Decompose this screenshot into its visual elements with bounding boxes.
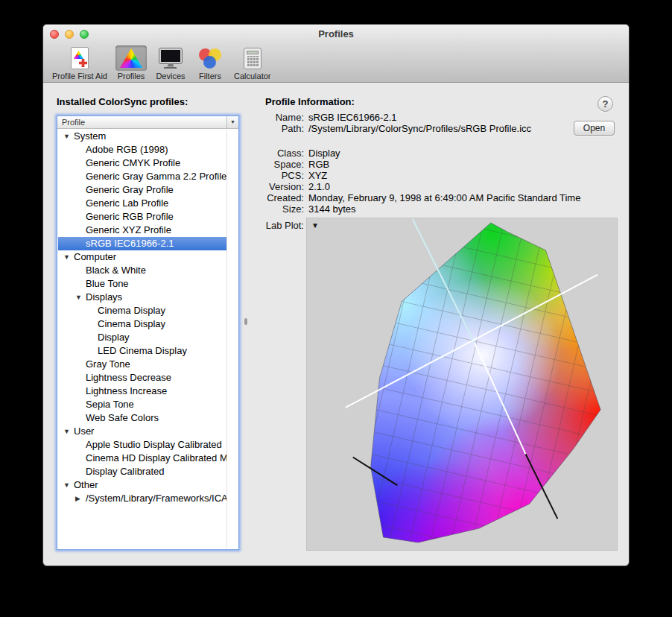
toolbar-label: Profiles: [118, 72, 145, 80]
profile-row-label: Cinema Display: [98, 317, 165, 331]
profile-information-heading: Profile Information:: [265, 96, 355, 107]
profile-row-label: Display: [98, 331, 130, 344]
disclosure-open-icon[interactable]: ▼: [75, 291, 82, 304]
calculator-icon: [237, 45, 268, 71]
field-value: RGB: [308, 159, 618, 170]
profile-row-label: /System/Library/Frameworks/ICA: [86, 492, 226, 505]
devices-icon: [155, 45, 186, 71]
field-label: Version:: [222, 181, 304, 192]
gamut-plot-image: [307, 218, 617, 550]
profile-row-label: Other: [74, 478, 98, 492]
field-value: XYZ: [308, 170, 618, 181]
profile-row-label: Display Calibrated: [86, 465, 165, 478]
toolbar-item-filters[interactable]: Filters: [194, 45, 226, 80]
toolbar-label: Profile First Aid: [52, 72, 107, 80]
profile-row[interactable]: ▼Computer: [58, 250, 226, 264]
profile-row[interactable]: Display Calibrated: [58, 465, 226, 478]
open-button[interactable]: Open: [574, 121, 615, 136]
profile-row[interactable]: LED Cinema Display: [58, 344, 226, 358]
profile-row[interactable]: ▶/System/Library/Frameworks/ICA: [58, 492, 226, 505]
profile-row-label: Displays: [86, 291, 122, 304]
filters-icon: [194, 45, 226, 71]
profile-row[interactable]: Display: [58, 331, 226, 344]
profile-row-label: Lightness Increase: [86, 385, 167, 398]
profile-row[interactable]: Web Safe Colors: [58, 411, 226, 425]
profile-row[interactable]: ▼User: [58, 425, 226, 438]
profile-row-label: User: [74, 425, 94, 438]
traffic-lights: [50, 30, 89, 39]
field-value: Monday, February 9, 1998 at 6:49:00 AM P…: [308, 192, 618, 203]
field-value: Display: [308, 148, 618, 159]
lab-plot-label: Lab Plot:: [222, 220, 304, 231]
profile-row[interactable]: Lightness Increase: [58, 385, 226, 398]
field-label: Size:: [222, 203, 304, 215]
profile-row-label: Blue Tone: [86, 277, 129, 291]
info-row-name: Name: sRGB IEC61966-2.1: [43, 112, 618, 123]
field-label: Class:: [222, 148, 304, 159]
disclosure-open-icon[interactable]: ▼: [63, 425, 70, 438]
info-row: Class:Display: [43, 148, 618, 159]
info-row: Created:Monday, February 9, 1998 at 6:49…: [43, 192, 618, 203]
pane-splitter[interactable]: [244, 318, 247, 325]
plot-disclosure-button[interactable]: ▼: [311, 221, 319, 230]
field-label: Created:: [222, 192, 304, 203]
toolbar-item-profiles[interactable]: Profiles: [115, 45, 147, 80]
profile-row[interactable]: Lightness Decrease: [58, 371, 226, 385]
profile-row[interactable]: Sepia Tone: [58, 398, 226, 411]
profile-row[interactable]: ▼Displays: [58, 291, 226, 304]
profile-row-label: sRGB IEC61966-2.1: [86, 237, 174, 250]
profile-row-label: Sepia Tone: [86, 398, 134, 411]
info-row: Version:2.1.0: [43, 181, 618, 192]
field-label: PCS:: [222, 170, 304, 181]
path-label: Path:: [222, 123, 304, 134]
lab-plot: ▼: [306, 218, 618, 551]
profile-row-label: Gray Tone: [86, 358, 130, 371]
profile-row[interactable]: Gray Tone: [58, 358, 226, 371]
toolbar-label: Calculator: [234, 72, 271, 80]
profile-first-aid-icon: [64, 45, 95, 71]
zoom-button[interactable]: [80, 30, 89, 39]
toolbar-item-calculator[interactable]: Calculator: [234, 45, 271, 80]
toolbar-item-devices[interactable]: Devices: [155, 45, 186, 80]
profile-row-label: Cinema Display: [98, 304, 165, 317]
profile-row[interactable]: Cinema Display: [58, 317, 226, 331]
disclosure-closed-icon[interactable]: ▶: [75, 492, 80, 505]
name-value: sRGB IEC61966-2.1: [308, 112, 618, 123]
field-value: 2.1.0: [308, 181, 618, 192]
profile-row-label: Black & White: [86, 264, 146, 277]
profile-row-label: LED Cinema Display: [98, 344, 187, 358]
minimize-button[interactable]: [65, 30, 74, 39]
info-row: Space:RGB: [43, 159, 618, 170]
info-row-path: Path: /System/Library/ColorSync/Profiles…: [43, 123, 618, 134]
profile-row-label: Web Safe Colors: [86, 411, 159, 425]
profile-row[interactable]: Black & White: [58, 264, 226, 277]
toolbar: Profile First Aid Profiles Devices Filte…: [43, 44, 629, 83]
toolbar-label: Filters: [199, 72, 221, 80]
close-button[interactable]: [50, 30, 59, 39]
profile-row[interactable]: Cinema HD Display Calibrated Ma: [58, 452, 226, 465]
titlebar[interactable]: Profiles: [43, 25, 629, 44]
profiles-icon: [115, 45, 147, 71]
profile-row[interactable]: ▼Other: [58, 478, 226, 492]
info-row: PCS:XYZ: [43, 170, 618, 181]
window-title: Profiles: [43, 25, 629, 44]
field-value: 3144 bytes: [308, 203, 618, 215]
toolbar-item-profile-first-aid[interactable]: Profile First Aid: [52, 45, 107, 80]
disclosure-open-icon[interactable]: ▼: [63, 250, 70, 264]
installed-profiles-heading: Installed ColorSync profiles:: [57, 96, 188, 107]
profile-row[interactable]: sRGB IEC61966-2.1: [58, 237, 226, 250]
profile-row-label: Cinema HD Display Calibrated Ma: [86, 452, 226, 465]
disclosure-open-icon[interactable]: ▼: [63, 478, 70, 492]
colorsync-profiles-window: Profiles Profile First Aid Profiles Devi…: [42, 24, 630, 566]
info-row: Size:3144 bytes: [43, 203, 618, 215]
profile-row[interactable]: Blue Tone: [58, 277, 226, 291]
field-label: Space:: [222, 159, 304, 170]
path-value: /System/Library/ColorSync/Profiles/sRGB …: [308, 123, 618, 134]
profile-row[interactable]: Apple Studio Display Calibrated: [58, 438, 226, 452]
help-button[interactable]: ?: [597, 96, 613, 112]
profile-row[interactable]: Generic XYZ Profile: [58, 224, 226, 237]
profile-row[interactable]: Cinema Display: [58, 304, 226, 317]
toolbar-label: Devices: [156, 72, 185, 80]
profile-row-label: Generic XYZ Profile: [86, 224, 171, 237]
content-area: Installed ColorSync profiles: Profile ▼ …: [43, 83, 629, 566]
